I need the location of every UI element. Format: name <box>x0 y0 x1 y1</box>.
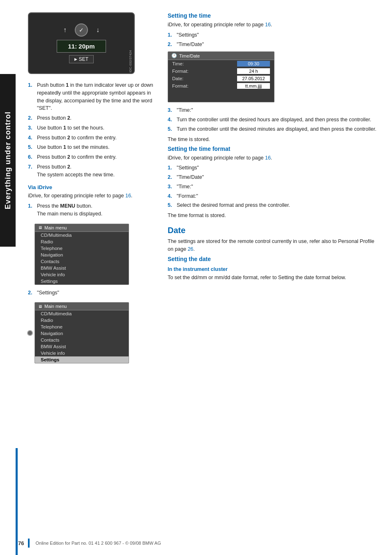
date-page-link[interactable]: 26 <box>188 246 194 252</box>
time-format-stored-text: The time format is stored. <box>168 213 380 218</box>
in-instrument-cluster-text: To set the dd/mm or mm/dd date format, r… <box>168 274 380 282</box>
stf-step-2-text: "Time/Date" <box>177 173 204 181</box>
arrow-down-icon: ↓ <box>96 26 99 34</box>
step-1: 1. Push button 1 in the turn indicator l… <box>28 81 155 112</box>
menu-icon-2: 🖥 <box>38 304 42 309</box>
menu-title-1: Main menu <box>44 225 67 230</box>
step-7-num: 7. <box>28 163 35 179</box>
menu-box-2-container: 🖥 Main menu CD/Multimedia Radio Telephon… <box>35 302 155 363</box>
stf-step-5: 5. Select the desired format and press t… <box>168 201 380 209</box>
menu-item-cd: CD/Multimedia <box>35 232 129 238</box>
stf-step-5-num: 5. <box>168 201 174 209</box>
stf-step-1-text: "Settings" <box>177 164 199 172</box>
stf-step-1-num: 1. <box>168 164 174 172</box>
timedate-value-time: 09:30 <box>237 61 270 67</box>
footer-text: Online Edition for Part no. 01 41 2 600 … <box>35 541 161 546</box>
via-step-2-text: "Settings" <box>37 289 59 297</box>
setting-time-heading: Setting the time <box>168 12 380 19</box>
right-column: Setting the time iDrive, for operating p… <box>168 12 380 368</box>
timedate-row-format1: Format: 24 h <box>168 67 274 75</box>
stf-step-3-text: "Time:" <box>177 183 193 191</box>
image-copyright: IDC-032/37424 <box>129 50 132 72</box>
setting-time-page-link[interactable]: 16 <box>265 22 271 28</box>
menu2-item-settings: Settings <box>35 356 129 363</box>
stf-step-4: 4. "Format:" <box>168 192 380 200</box>
steps-list: 1. Push button 1 in the turn indicator l… <box>28 81 155 178</box>
setting-time-format-page-link[interactable]: 16 <box>265 155 271 161</box>
stf-step-3: 3. "Time:" <box>168 183 380 191</box>
step-5-num: 5. <box>28 143 35 151</box>
menu2-item-telephone: Telephone <box>35 324 129 330</box>
step-3-text: Use button 1 to set the hours. <box>37 124 104 132</box>
stf-step-2: 2. "Time/Date" <box>168 173 380 181</box>
timedate-value-format2: tt.mm.jjjj <box>237 83 270 89</box>
step-4-text: Press button 2 to confirm the entry. <box>37 134 117 142</box>
st-step-3-num: 3. <box>168 106 174 114</box>
stf-step-4-text: "Format:" <box>177 192 198 200</box>
footer-line <box>28 539 30 548</box>
via-steps-2: 2. "Settings" <box>28 289 155 297</box>
st-step-5-num: 5. <box>168 125 174 133</box>
setting-time-step-5: 5. Turn the controller until the desired… <box>168 125 380 133</box>
step-6: 6. Press button 2 to confirm the entry. <box>28 153 155 161</box>
via-steps-1: 1. Press the MENU button.The main menu i… <box>28 202 155 218</box>
menu2-item-navigation: Navigation <box>35 330 129 337</box>
setting-time-step-2-num: 2. <box>168 41 174 49</box>
via-step-1: 1. Press the MENU button.The main menu i… <box>28 202 155 218</box>
st-step-3-text: "Time:" <box>177 106 193 114</box>
step-3: 3. Use button 1 to set the hours. <box>28 124 155 132</box>
instrument-display: 11: 20pm <box>57 40 106 53</box>
via-step-2: 2. "Settings" <box>28 289 155 297</box>
setting-time-step-2-text: "Time/Date" <box>177 41 204 49</box>
bottom-accent <box>16 448 18 555</box>
menu-title-2: Main menu <box>44 304 67 309</box>
timedate-row-date: Date: 27.05.2012 <box>168 75 274 82</box>
setting-time-intro: iDrive, for operating principle refer to… <box>168 21 380 29</box>
arrow-up-icon: ↑ <box>63 26 67 34</box>
menu2-item-radio: Radio <box>35 317 129 324</box>
setting-time-steps: 1. "Settings" 2. "Time/Date" <box>168 31 380 49</box>
date-intro: The settings are stored for the remote c… <box>168 238 380 253</box>
setting-time-format-heading: Setting the time format <box>168 146 380 152</box>
stf-step-4-num: 4. <box>168 192 174 200</box>
menu-title-bar-2: 🖥 Main menu <box>35 303 129 310</box>
menu-item-bmwassist: BMW Assist <box>35 265 129 271</box>
menu-item-contacts: Contacts <box>35 258 129 265</box>
setting-time-step-3: 3. "Time:" <box>168 106 380 114</box>
timedate-title-text: Time/Date <box>179 53 200 58</box>
footer-pagenum: 76 <box>18 540 24 546</box>
in-instrument-cluster-heading: In the instrument cluster <box>168 266 380 272</box>
timedate-box: 🕐 Time/Date Time: 09:30 Format: 24 h Dat… <box>168 51 274 102</box>
check-circle-icon: ✓ <box>75 23 88 37</box>
setting-time-format-steps: 1. "Settings" 2. "Time/Date" 3. "Time:" … <box>168 164 380 209</box>
timedate-value-date: 27.05.2012 <box>237 76 270 81</box>
menu-item-navigation: Navigation <box>35 252 129 258</box>
timedate-row-format2: Format: tt.mm.jjjj <box>168 82 274 90</box>
setting-time-step-1: 1. "Settings" <box>168 31 380 39</box>
timedate-label-date: Date: <box>172 76 184 81</box>
timedate-spacer <box>168 90 274 102</box>
menu-item-settings: Settings <box>35 278 129 284</box>
setting-time-steps-2: 3. "Time:" 4. Turn the controller until … <box>168 106 380 133</box>
step-4-num: 4. <box>28 134 35 142</box>
step-4: 4. Press button 2 to confirm the entry. <box>28 134 155 142</box>
menu-title-bar-1: 🖥 Main menu <box>35 224 129 232</box>
menu-item-vehicleinfo: Vehicle info <box>35 271 129 278</box>
menu2-item-bmwassist: BMW Assist <box>35 343 129 350</box>
via-idrive-page-link[interactable]: 16 <box>125 193 131 199</box>
instrument-image: ↑ ✓ ↓ 11: 20pm SET IDC-032/37424 <box>28 12 135 74</box>
set-button-display: SET <box>69 55 94 63</box>
selector-dot <box>27 330 33 336</box>
menu2-item-cd: CD/Multimedia <box>35 310 129 317</box>
main-menu-box-2: 🖥 Main menu CD/Multimedia Radio Telephon… <box>35 302 129 363</box>
step-5: 5. Use button 1 to set the minutes. <box>28 143 155 151</box>
stf-step-5-text: Select the desired format and press the … <box>177 201 290 209</box>
setting-time-step-2: 2. "Time/Date" <box>168 41 380 49</box>
timedate-row-time: Time: 09:30 <box>168 60 274 67</box>
step-7: 7. Press button 2.The system accepts the… <box>28 163 155 179</box>
step-1-num: 1. <box>28 81 35 112</box>
step-3-num: 3. <box>28 124 35 132</box>
timedate-label-format2: Format: <box>172 83 189 88</box>
step-2-num: 2. <box>28 114 35 122</box>
stf-step-3-num: 3. <box>168 183 174 191</box>
